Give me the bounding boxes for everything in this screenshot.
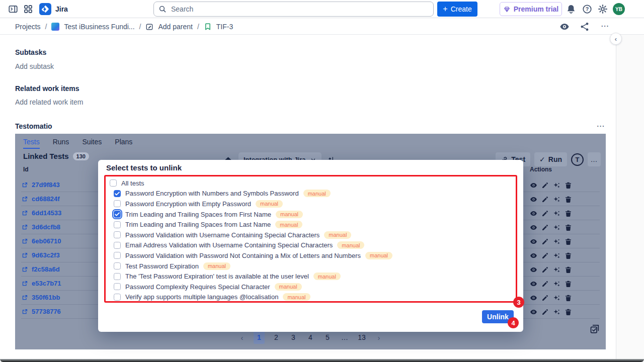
- edit-icon[interactable]: [541, 280, 549, 288]
- share-icon[interactable]: [580, 22, 590, 32]
- testomatio-logo-icon[interactable]: T: [571, 153, 584, 166]
- search-input[interactable]: [153, 2, 434, 17]
- tab-tests[interactable]: Tests: [23, 138, 40, 149]
- test-id-link[interactable]: 27d9f843: [21, 181, 60, 189]
- checkbox-checked[interactable]: [114, 190, 121, 197]
- tab-runs[interactable]: Runs: [53, 138, 69, 149]
- edit-icon[interactable]: [541, 266, 549, 274]
- add-parent-link[interactable]: Add parent: [158, 23, 193, 31]
- test-id-link[interactable]: 6eb06710: [21, 237, 61, 245]
- delete-icon[interactable]: [565, 252, 572, 259]
- unlink-test-option[interactable]: Password Encryption with Empty Passwordm…: [110, 199, 516, 209]
- delete-icon[interactable]: [565, 196, 572, 203]
- tab-suites[interactable]: Suites: [82, 138, 102, 149]
- unlink-test-option[interactable]: Trim Leading and Trailing Spaces from La…: [110, 219, 516, 230]
- run-button[interactable]: ✓ Run: [534, 152, 567, 166]
- ai-sparkles-icon[interactable]: [553, 238, 560, 245]
- view-icon[interactable]: [530, 280, 537, 288]
- checkbox-unchecked[interactable]: [114, 242, 121, 249]
- delete-icon[interactable]: [565, 280, 572, 288]
- ai-sparkles-icon[interactable]: [553, 308, 560, 316]
- page-prev-button[interactable]: ‹: [236, 331, 248, 344]
- tab-plans[interactable]: Plans: [115, 138, 132, 149]
- premium-trial-button[interactable]: Premium trial: [500, 2, 562, 16]
- delete-icon[interactable]: [565, 238, 572, 245]
- checkbox-unchecked[interactable]: [114, 200, 121, 207]
- test-id-link[interactable]: 57738776: [21, 308, 61, 315]
- unlink-test-option[interactable]: Password Complexity Requires Special Cha…: [110, 282, 516, 292]
- page-button-4[interactable]: 4: [305, 331, 316, 344]
- ai-sparkles-icon[interactable]: [553, 196, 560, 203]
- checkbox-unchecked[interactable]: [114, 273, 121, 280]
- view-icon[interactable]: [530, 196, 537, 203]
- edit-icon[interactable]: [541, 252, 549, 259]
- user-avatar[interactable]: YB: [613, 3, 625, 15]
- view-icon[interactable]: [530, 266, 537, 274]
- edit-icon[interactable]: [541, 196, 549, 203]
- ai-sparkles-icon[interactable]: [553, 294, 560, 302]
- delete-icon[interactable]: [565, 210, 572, 217]
- unlink-test-option[interactable]: All tests: [110, 178, 516, 189]
- test-id-link[interactable]: cd68824f: [21, 195, 60, 203]
- breadcrumb-projects[interactable]: Projects: [15, 23, 41, 31]
- page-button-3[interactable]: 3: [288, 331, 299, 344]
- ai-sparkles-icon[interactable]: [553, 280, 560, 288]
- unlink-test-option[interactable]: Password Validation with Password Not Co…: [110, 250, 516, 261]
- delete-icon[interactable]: [565, 308, 572, 316]
- collapse-panel-button[interactable]: ‹: [610, 33, 622, 45]
- breadcrumb-project[interactable]: Test iBusiness Fundi...: [64, 23, 134, 31]
- unlink-test-option[interactable]: Password Encryption with Numbers and Sym…: [110, 189, 516, 199]
- more-actions-icon[interactable]: ⋯: [600, 22, 610, 32]
- unlink-test-option[interactable]: Password Validation with Username Contai…: [110, 230, 516, 240]
- test-id-link[interactable]: e53c7b71: [21, 280, 61, 287]
- checkbox-unchecked[interactable]: [114, 221, 121, 228]
- page-button-1[interactable]: 1: [254, 331, 265, 344]
- view-icon[interactable]: [530, 224, 537, 231]
- ai-sparkles-icon[interactable]: [553, 224, 560, 231]
- help-icon[interactable]: [582, 4, 592, 14]
- add-related-link[interactable]: Add related work item: [15, 98, 83, 106]
- issue-key[interactable]: TIF-3: [216, 23, 233, 31]
- ai-sparkles-icon[interactable]: [553, 266, 560, 274]
- view-icon[interactable]: [530, 210, 537, 217]
- checkbox-unchecked[interactable]: [114, 231, 121, 238]
- checkbox-unchecked[interactable]: [110, 179, 117, 187]
- edit-icon[interactable]: [541, 182, 549, 189]
- multi-select-icon[interactable]: [590, 324, 600, 334]
- create-button[interactable]: + Create: [437, 2, 477, 17]
- widget-toolbar-more-icon[interactable]: …: [588, 152, 601, 166]
- page-next-button[interactable]: ›: [373, 331, 384, 344]
- edit-icon[interactable]: [541, 294, 549, 302]
- watch-eye-icon[interactable]: [559, 22, 570, 32]
- edit-icon[interactable]: [541, 224, 549, 231]
- view-icon[interactable]: [530, 308, 537, 316]
- checkbox-unchecked[interactable]: [114, 294, 121, 301]
- unlink-test-option[interactable]: The 'Test Password Expiration' test is a…: [110, 271, 516, 282]
- view-icon[interactable]: [530, 238, 537, 245]
- app-switcher-icon[interactable]: [23, 4, 33, 14]
- jira-logo-icon[interactable]: [39, 3, 51, 15]
- delete-icon[interactable]: [565, 182, 572, 189]
- edit-icon[interactable]: [541, 210, 549, 217]
- view-icon[interactable]: [530, 252, 537, 259]
- view-icon[interactable]: [530, 294, 537, 302]
- page-button-13[interactable]: 13: [356, 331, 367, 344]
- checkbox-unchecked[interactable]: [114, 262, 121, 269]
- ai-sparkles-icon[interactable]: [553, 182, 560, 189]
- test-id-link[interactable]: 350f61bb: [21, 294, 60, 301]
- unlink-test-option[interactable]: Verify app supports multiple languages @…: [110, 292, 516, 303]
- test-id-link[interactable]: 6dd14533: [21, 209, 61, 217]
- delete-icon[interactable]: [565, 224, 572, 231]
- view-icon[interactable]: [530, 182, 537, 189]
- notifications-icon[interactable]: [566, 4, 576, 14]
- sidebar-toggle-icon[interactable]: [8, 4, 18, 14]
- unlink-test-option[interactable]: Trim Leading and Trailing Spaces from Fi…: [110, 209, 516, 220]
- page-button-2[interactable]: 2: [271, 331, 282, 344]
- test-id-link[interactable]: 9d63c2f3: [21, 251, 60, 259]
- add-subtask-link[interactable]: Add subtask: [15, 62, 54, 70]
- page-button-…[interactable]: …: [339, 331, 350, 344]
- ai-sparkles-icon[interactable]: [553, 210, 560, 217]
- test-id-link[interactable]: 3d6dcfb8: [21, 223, 60, 231]
- page-button-5[interactable]: 5: [322, 331, 333, 344]
- settings-gear-icon[interactable]: [598, 4, 608, 14]
